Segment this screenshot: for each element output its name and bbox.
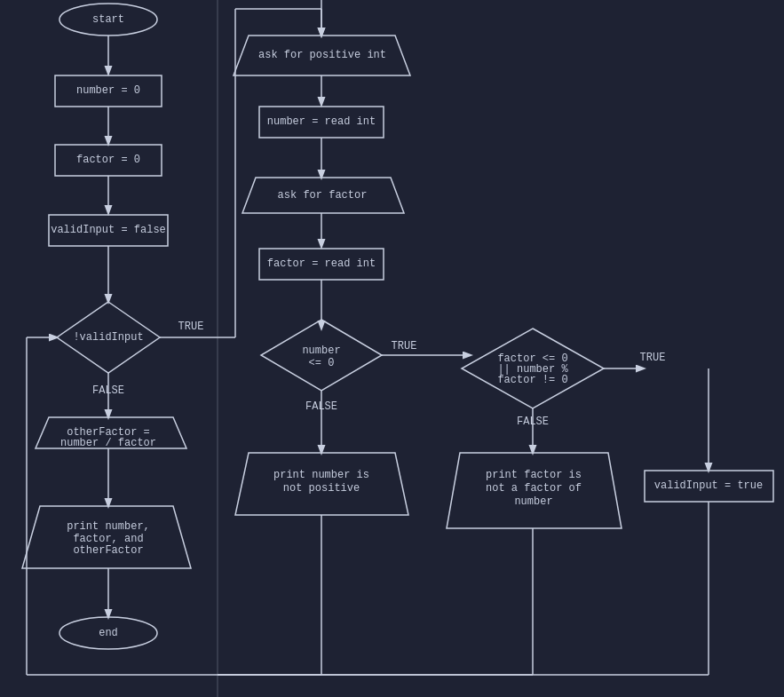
ask-positive-node: ask for positive int [258,49,386,61]
factor-read-node: factor = read int [267,257,376,270]
valid-init-node: validInput = false [51,224,166,236]
print-not-factor-node3: number [514,495,552,508]
valid-check-node: !validInput [73,331,143,344]
print-result-node2: factor, and [73,533,143,545]
other-factor-node2: number / factor [60,437,156,449]
print-not-positive-node2: not positive [283,482,360,495]
factor-check-node3: factor != 0 [497,374,567,386]
print-not-positive-node: print number is [273,469,369,481]
print-not-factor-node: print factor is [486,469,582,481]
print-result-node3: otherFactor [73,544,143,557]
factor-init-node: factor = 0 [76,154,140,166]
num-init-node: number = 0 [76,84,140,97]
start-node: start [92,13,124,26]
true-label-2: TRUE [392,340,417,352]
true-label-1: TRUE [178,321,204,333]
valid-true-node: validInput = true [654,479,763,492]
end-node: end [99,627,118,639]
true-label-3: TRUE [640,352,666,364]
num-read-node: number = read int [267,115,376,128]
print-result-node: print number, [67,520,150,533]
print-not-factor-node2: not a factor of [486,482,582,495]
num-check-node: number [302,345,340,357]
flowchart-canvas: start number = 0 factor = 0 validInput =… [0,0,784,697]
num-check-node2: <= 0 [309,357,335,369]
ask-factor-node: ask for factor [278,189,368,202]
